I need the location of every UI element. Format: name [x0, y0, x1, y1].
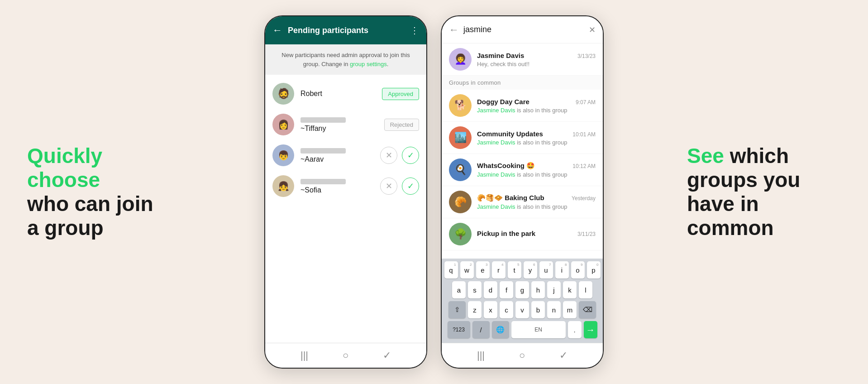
- chat-name: Pickup in the park: [477, 230, 535, 237]
- key-u[interactable]: u7: [539, 261, 553, 278]
- chat-item-baking[interactable]: 🥐 🥐🥞🧇 Baking Club Yesterday Jasmine Davi…: [442, 186, 603, 218]
- chat-content: Community Updates 10:01 AM Jasmine Davis…: [477, 130, 596, 146]
- chat-item-doggy[interactable]: 🐕 Doggy Day Care 9:07 AM Jasmine Davis i…: [442, 90, 603, 122]
- back-nav-icon2[interactable]: ✓: [559, 350, 568, 361]
- chat-name: Jasmine Davis: [477, 52, 524, 59]
- chat-message: Jasmine Davis is also in this group: [477, 139, 596, 146]
- chat-message: Hey, check this out!!: [477, 61, 596, 67]
- avatar: 👩: [272, 114, 294, 135]
- back-arrow-icon[interactable]: ←: [272, 24, 282, 36]
- numbers-key[interactable]: ?123: [448, 321, 470, 338]
- key-r[interactable]: r4: [492, 261, 506, 278]
- group-settings-link[interactable]: group settings: [350, 61, 387, 67]
- groups-in-common-header: Groups in common: [442, 76, 603, 90]
- jasmine-avatar: 👩‍🦱: [449, 48, 472, 71]
- phone2-bottom-bar: ||| ○ ✓: [442, 343, 603, 368]
- key-o[interactable]: o9: [571, 261, 585, 278]
- right-green-word: See: [687, 144, 724, 168]
- period-key[interactable]: .: [568, 321, 582, 338]
- reject-button[interactable]: ✕: [380, 147, 397, 164]
- chat-message: Jasmine Davis is also in this group: [477, 203, 596, 210]
- notice-text: New participants need admin approval to …: [281, 52, 410, 67]
- phones-container: ← Pending participants ⋮ New participant…: [264, 15, 604, 369]
- sender-name: Jasmine Davis: [477, 203, 515, 210]
- chat-content: Doggy Day Care 9:07 AM Jasmine Davis is …: [477, 98, 596, 114]
- chat-header-row: WhatsCooking 🤩 10:12 AM: [477, 162, 596, 170]
- key-k[interactable]: k: [563, 281, 577, 298]
- key-s[interactable]: s: [468, 281, 482, 298]
- key-d[interactable]: d: [484, 281, 497, 298]
- chat-time: 10:12 AM: [572, 163, 596, 169]
- back-nav-icon[interactable]: ✓: [383, 350, 391, 361]
- key-m[interactable]: m: [563, 301, 577, 318]
- key-n[interactable]: n: [547, 301, 561, 318]
- sender-name: Jasmine Davis: [477, 171, 515, 178]
- key-z[interactable]: z: [468, 301, 482, 318]
- participant-info: ~Tiffany: [300, 116, 378, 133]
- circle-icon[interactable]: ○: [343, 350, 348, 361]
- participant-item: 👦 ~Aarav ✕ ✓: [265, 140, 426, 171]
- chat-item-jasmine[interactable]: 👩‍🦱 Jasmine Davis 3/13/23 Hey, check thi…: [442, 43, 603, 76]
- accept-button[interactable]: ✓: [402, 147, 419, 164]
- page-layout: Quickly choose who can join a group ← Pe…: [0, 0, 868, 384]
- globe-key[interactable]: 🌐: [492, 321, 509, 338]
- key-c[interactable]: c: [500, 301, 513, 318]
- space-key[interactable]: EN: [511, 321, 566, 338]
- more-options-icon[interactable]: ⋮: [410, 25, 419, 36]
- chat-content: WhatsCooking 🤩 10:12 AM Jasmine Davis is…: [477, 162, 596, 178]
- search-query-text[interactable]: jasmine: [463, 25, 491, 34]
- circle-icon2[interactable]: ○: [519, 350, 525, 361]
- slash-key[interactable]: /: [472, 321, 490, 338]
- shift-key[interactable]: ⇧: [448, 301, 466, 318]
- key-j[interactable]: j: [547, 281, 561, 298]
- key-q[interactable]: q1: [444, 261, 458, 278]
- blurred-phone-number: [300, 117, 346, 123]
- key-p[interactable]: p0: [587, 261, 601, 278]
- key-h[interactable]: h: [531, 281, 545, 298]
- backspace-key[interactable]: ⌫: [579, 301, 596, 318]
- key-y[interactable]: y6: [524, 261, 537, 278]
- home-icon2[interactable]: |||: [477, 350, 485, 361]
- left-text-block: Quickly choose who can join a group: [27, 144, 181, 240]
- left-green-word2: choose: [27, 168, 100, 192]
- accept-button[interactable]: ✓: [402, 178, 419, 195]
- key-v[interactable]: v: [515, 301, 529, 318]
- key-g[interactable]: g: [515, 281, 529, 298]
- blurred-phone-number: [300, 179, 346, 184]
- participant-list: 🧔 Robert Approved 👩 ~Tiffany Rejected: [265, 75, 426, 343]
- participant-item: 👩 ~Tiffany Rejected: [265, 109, 426, 140]
- sender-name: Jasmine Davis: [477, 139, 515, 146]
- home-icon[interactable]: |||: [300, 350, 308, 361]
- key-w[interactable]: w2: [460, 261, 474, 278]
- search-back-arrow[interactable]: ←: [449, 24, 459, 36]
- reject-button[interactable]: ✕: [380, 178, 397, 195]
- key-e[interactable]: e3: [476, 261, 490, 278]
- key-x[interactable]: x: [484, 301, 497, 318]
- go-key[interactable]: →: [584, 321, 597, 338]
- chat-content: Jasmine Davis 3/13/23 Hey, check this ou…: [477, 52, 596, 67]
- search-clear-icon[interactable]: ✕: [589, 25, 596, 35]
- key-b[interactable]: b: [531, 301, 545, 318]
- status-badge: Approved: [382, 88, 419, 100]
- participant-item: 👧 ~Sofia ✕ ✓: [265, 171, 426, 202]
- chat-name: Doggy Day Care: [477, 98, 529, 106]
- chat-item-pickup[interactable]: 🌳 Pickup in the park 3/11/23: [442, 218, 603, 250]
- key-i[interactable]: i8: [555, 261, 569, 278]
- whatscooking-avatar: 🍳: [449, 158, 472, 181]
- chat-message: Jasmine Davis is also in this group: [477, 171, 596, 178]
- participant-item: 🧔 Robert Approved: [265, 78, 426, 109]
- baking-avatar: 🥐: [449, 191, 472, 213]
- avatar: 👧: [272, 175, 294, 197]
- left-text-line4: a group: [27, 216, 104, 240]
- phone2-header: ← jasmine ✕: [442, 16, 603, 43]
- key-l[interactable]: l: [579, 281, 592, 298]
- key-a[interactable]: a: [452, 281, 466, 298]
- chat-message: Jasmine Davis is also in this group: [477, 107, 596, 114]
- chat-item-whatscooking[interactable]: 🍳 WhatsCooking 🤩 10:12 AM Jasmine Davis …: [442, 154, 603, 186]
- key-t[interactable]: t5: [508, 261, 521, 278]
- key-f[interactable]: f: [500, 281, 513, 298]
- chat-time: 3/11/23: [577, 231, 596, 237]
- left-text-line3: who can join: [27, 192, 153, 216]
- chat-item-community[interactable]: 🏙️ Community Updates 10:01 AM Jasmine Da…: [442, 122, 603, 154]
- chat-time: 10:01 AM: [572, 131, 596, 138]
